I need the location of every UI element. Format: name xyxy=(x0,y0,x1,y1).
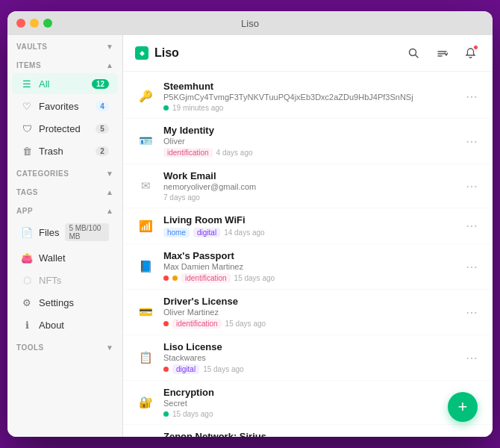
item-subtitle: Oliver Martinez xyxy=(163,308,455,317)
item-title: Steemhunt xyxy=(163,81,455,92)
window-title: Liso xyxy=(241,18,259,29)
passport-icon: 📘 xyxy=(135,256,156,277)
item-title: Driver's License xyxy=(163,296,455,307)
search-button[interactable] xyxy=(403,43,424,63)
items-chevron-icon: ▲ xyxy=(106,61,113,69)
item-meta: home digital 14 days ago xyxy=(163,228,455,237)
sidebar-protected-label: Protected xyxy=(39,123,90,134)
item-title: Encryption xyxy=(163,387,455,398)
item-meta: identification 15 days ago xyxy=(163,319,455,329)
item-content: Living Room WiFi home digital 14 days ag… xyxy=(163,214,455,237)
item-tag: digital xyxy=(172,364,199,374)
list-item[interactable]: 📘 Max's Passport Max Damien Martinez ide… xyxy=(123,244,493,290)
sidebar-item-wallet[interactable]: 👛 Wallet xyxy=(12,247,118,268)
item-time: 14 days ago xyxy=(224,228,265,237)
traffic-lights xyxy=(16,19,52,28)
wifi-icon: 📶 xyxy=(135,216,156,237)
items-list: 🔑 Steemhunt P5KGjmCy4TvmgF3TyNKVTuuPQ4jx… xyxy=(123,72,493,437)
id-icon: 🪪 xyxy=(135,131,156,152)
item-meta: digital 15 days ago xyxy=(163,364,455,374)
tags-section-header[interactable]: TAGS ▲ xyxy=(7,181,122,199)
sidebar-item-settings[interactable]: ⚙ Settings xyxy=(12,292,118,313)
status-dot xyxy=(163,411,169,417)
close-button[interactable] xyxy=(16,19,25,28)
item-time: 15 days ago xyxy=(234,274,275,282)
favorites-badge: 4 xyxy=(96,102,109,111)
items-section-header[interactable]: ITEMS ▲ xyxy=(7,54,122,72)
status-dot xyxy=(163,105,169,111)
sidebar-wallet-label: Wallet xyxy=(39,252,109,264)
list-item[interactable]: 🔑 Steemhunt P5KGjmCy4TvmgF3TyNKVTuuPQ4jx… xyxy=(123,75,493,119)
trash-badge: 2 xyxy=(96,146,109,156)
more-options-button[interactable]: ⋯ xyxy=(463,304,481,321)
sidebar-settings-label: Settings xyxy=(39,297,109,308)
status-dot xyxy=(163,276,169,281)
item-content: Encryption Secret 15 days ago xyxy=(163,387,455,418)
list-item[interactable]: 🪪 My Identity Oliver identification 4 da… xyxy=(123,119,493,164)
item-tag: identification xyxy=(163,148,213,158)
item-subtitle: P5KGjmCy4TvmgF3TyNKVTuuPQ4jxEb3Dxc2aZDu9… xyxy=(163,93,455,102)
categories-label: CATEGORIES xyxy=(16,169,69,178)
sidebar-files-label: Files xyxy=(39,227,59,238)
list-item[interactable]: 🔐 Encryption Secret 15 days ago ⋯ xyxy=(123,381,493,425)
more-options-button[interactable]: ⋯ xyxy=(463,349,481,367)
trash-icon: 🗑 xyxy=(21,145,33,157)
folder-icon: 📁 xyxy=(135,436,156,437)
list-item[interactable]: 📋 Liso License Stackwares digital 15 day… xyxy=(123,335,493,381)
sidebar-about-label: About xyxy=(39,320,109,331)
list-item[interactable]: ✉ Work Email nemoryoliver@gmail.com 7 da… xyxy=(123,164,493,208)
maximize-button[interactable] xyxy=(43,19,52,28)
item-content: Work Email nemoryoliver@gmail.com 7 days… xyxy=(163,170,455,202)
sidebar-item-about[interactable]: ℹ About xyxy=(12,314,118,335)
item-subtitle: Max Damien Martinez xyxy=(163,262,455,271)
notifications-button[interactable] xyxy=(460,43,481,63)
more-options-button[interactable]: ⋯ xyxy=(463,88,481,105)
sidebar-item-favorites[interactable]: ♡ Favorites 4 xyxy=(12,96,118,116)
item-time: 4 days ago xyxy=(216,149,253,157)
list-item[interactable]: 📁 Zenon Network: Sirius z1aqn2vm7xsqnnh9… xyxy=(123,425,493,437)
sidebar-item-files[interactable]: 📄 Files 5 MB/100 MB xyxy=(12,219,118,246)
item-title: My Identity xyxy=(163,125,455,136)
more-options-button[interactable]: ⋯ xyxy=(463,217,481,234)
vaults-section-header[interactable]: VAULTS ▼ xyxy=(7,35,122,54)
categories-chevron-icon: ▼ xyxy=(106,169,113,178)
sidebar-trash-label: Trash xyxy=(39,146,90,157)
item-content: Driver's License Oliver Martinez identif… xyxy=(163,296,455,329)
more-options-button[interactable]: ⋯ xyxy=(463,133,481,150)
item-subtitle: Oliver xyxy=(163,137,455,146)
tags-chevron-icon: ▲ xyxy=(106,188,113,196)
item-meta: identification 4 days ago xyxy=(163,148,455,158)
item-tag: identification xyxy=(181,273,231,283)
item-content: Zenon Network: Sirius z1aqn2vm7xsqnnh9zv… xyxy=(163,431,455,437)
tools-section-header[interactable]: TOOLS ▼ xyxy=(7,336,122,355)
sort-button[interactable] xyxy=(431,43,452,63)
item-tag: identification xyxy=(172,319,222,329)
more-options-button[interactable]: ⋯ xyxy=(463,258,481,276)
list-item[interactable]: 💳 Driver's License Oliver Martinez ident… xyxy=(123,290,493,335)
notification-dot xyxy=(473,45,478,50)
item-content: Liso License Stackwares digital 15 days … xyxy=(163,341,455,374)
item-time: 7 days ago xyxy=(163,193,200,202)
liso-icon xyxy=(135,46,149,60)
info-icon: ℹ xyxy=(21,319,33,331)
add-item-button[interactable]: + xyxy=(448,392,478,422)
categories-section-header[interactable]: CATEGORIES ▼ xyxy=(7,162,122,181)
item-time: 15 days ago xyxy=(203,365,244,373)
app-section-header[interactable]: APP ▲ xyxy=(7,199,122,218)
sidebar-item-nfts[interactable]: ⬡ NFTs xyxy=(12,270,118,290)
item-meta: 7 days ago xyxy=(163,193,455,202)
item-title: Zenon Network: Sirius xyxy=(163,431,455,437)
item-meta: identification 15 days ago xyxy=(163,273,455,283)
more-options-button[interactable]: ⋯ xyxy=(463,178,481,195)
sidebar-item-trash[interactable]: 🗑 Trash 2 xyxy=(12,140,118,161)
item-subtitle: Secret xyxy=(163,399,455,408)
titlebar: Liso xyxy=(7,11,493,35)
list-item[interactable]: 📶 Living Room WiFi home digital 14 days … xyxy=(123,208,493,244)
file-icon: 📄 xyxy=(21,226,33,238)
minimize-button[interactable] xyxy=(30,19,39,28)
sidebar-item-protected[interactable]: 🛡 Protected 5 xyxy=(12,118,118,139)
main-wrapper: Liso xyxy=(123,35,493,437)
sidebar-item-all[interactable]: ☰ All 12 xyxy=(12,73,118,94)
item-meta: 15 days ago xyxy=(163,410,455,418)
items-label: ITEMS xyxy=(16,61,41,69)
